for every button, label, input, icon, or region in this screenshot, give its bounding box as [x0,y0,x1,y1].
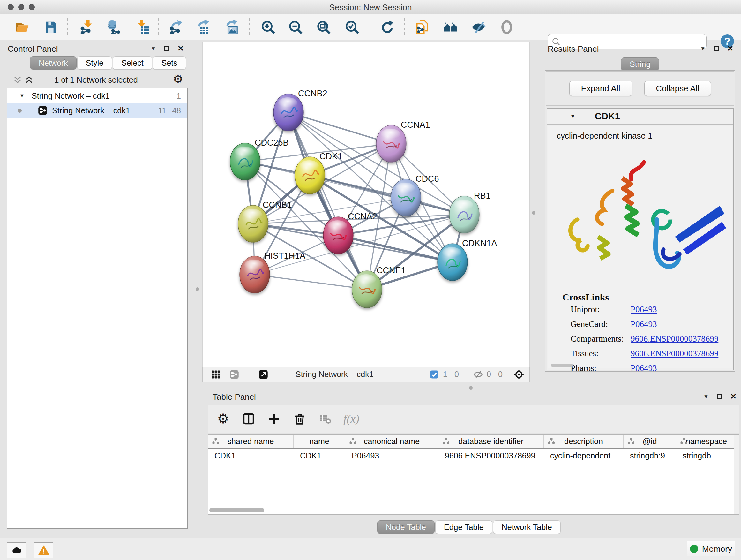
panel-menu-icon[interactable]: ▼ [703,394,709,399]
export-table-icon[interactable] [196,20,211,35]
close-panel-icon[interactable]: ✕ [178,45,184,52]
export-image-icon[interactable] [224,20,239,35]
table-hscrollbar-thumb[interactable] [209,508,264,512]
tab-edge-table[interactable]: Edge Table [435,520,492,534]
node-table: shared namenamecanonical namedatabase id… [208,434,739,515]
network-selection-bar: 1 of 1 Network selected ⚙ [3,73,189,87]
tab-network-table[interactable]: Network Table [493,520,561,534]
birds-eye-grid-icon[interactable] [211,370,220,379]
network-node-CCNE1[interactable] [352,271,382,308]
crosslink-link[interactable]: P06493 [630,319,657,329]
collapse-entry-icon[interactable]: ▼ [570,113,576,120]
panel-menu-icon[interactable]: ▼ [700,46,705,51]
crosslink-row: Uniprot:P06493 [548,303,732,317]
network-row-selected[interactable]: String Network – cdk1 11 48 [7,103,187,118]
expand-all-button[interactable]: Expand All [569,81,632,96]
vertical-splitter-right[interactable] [532,211,536,214]
show-columns-icon[interactable] [241,412,256,426]
import-network-database-icon[interactable] [106,20,121,35]
network-node-CCNA2[interactable] [323,217,353,254]
crosslink-link[interactable]: 9606.ENSP00000378699 [630,334,718,344]
column-header-description[interactable]: description [544,435,623,448]
float-panel-icon[interactable] [717,394,722,399]
crosslink-row: GeneCard:P06493 [548,317,732,332]
network-node-CCNA1[interactable] [376,125,406,162]
crosslink-link[interactable]: P06493 [630,305,657,314]
tab-string[interactable]: String [621,57,659,71]
network-view-canvas[interactable]: CCNB2CCNA1CDC25BCDK1CDC6RB1CCNB1CCNA2CDK… [202,42,530,367]
zoom-selected-icon[interactable] [345,20,359,35]
network-node-CDC25B[interactable] [230,143,260,180]
node-details-header[interactable]: ▼ CDK1 [547,109,733,125]
network-node-CDC6[interactable] [391,179,421,216]
zoom-fit-icon[interactable] [316,20,331,35]
selected-checkbox-icon[interactable] [429,370,439,379]
open-external-icon[interactable] [259,370,268,379]
memory-status-dot [690,545,698,553]
collection-expand-icon[interactable]: ▼ [19,93,24,99]
column-header-shared-name[interactable]: shared name [208,435,293,448]
warnings-button[interactable] [34,543,53,558]
horizontal-splitter[interactable] [469,386,473,389]
column-header-database-identifier[interactable]: database identifier [439,435,544,448]
network-graph[interactable]: CCNB2CCNA1CDC25BCDK1CDC6RB1CCNB1CCNA2CDK… [203,42,529,367]
column-header-namespace[interactable]: namespace [676,435,737,448]
network-node-RB1[interactable] [449,196,479,233]
hide-selected-eye-icon[interactable] [471,20,486,35]
save-session-icon[interactable] [44,20,58,35]
zoom-in-icon[interactable] [261,20,275,35]
network-options-gear-icon[interactable]: ⚙ [173,73,183,85]
crosslink-link[interactable]: 9606.ENSP00000378699 [630,349,718,359]
crosslinks-title: CrossLinks [562,292,732,303]
edge-CCNE1-HIST1H1A[interactable] [255,274,367,289]
network-node-CDK1[interactable] [295,157,325,194]
open-session-icon[interactable] [15,20,30,35]
vertical-splitter-left[interactable] [196,287,199,291]
cloud-button[interactable] [7,543,26,558]
show-all-eye-icon[interactable] [499,20,514,35]
table-vscrollbar[interactable] [734,435,739,514]
import-table-icon[interactable] [135,20,150,35]
collapse-all-button[interactable]: Collapse All [644,81,711,96]
network-node-CDKN1A[interactable] [437,244,468,281]
tab-style[interactable]: Style [77,56,112,70]
delete-column-trash-icon[interactable] [292,412,307,426]
network-node-HIST1H1A[interactable] [240,256,270,293]
import-network-icon[interactable] [79,20,94,35]
group-houses-icon[interactable] [443,20,458,35]
network-node-CCNB2[interactable] [273,94,304,131]
tab-network[interactable]: Network [30,56,77,70]
network-view-toolbar: String Network – cdk1 1 - 0 0 - 0 [202,367,530,382]
protein-structure-image [558,151,730,286]
string-view-icon[interactable] [229,370,239,379]
network-collection-row[interactable]: ▼ String Network – cdk1 1 [7,88,187,103]
close-panel-icon[interactable]: ✕ [727,45,733,52]
add-column-icon[interactable] [267,412,281,426]
close-panel-icon[interactable]: ✕ [730,393,737,400]
edge-CCNA2-CDKN1A[interactable] [338,235,453,262]
column-header--id[interactable]: @id [623,435,676,448]
tab-select[interactable]: Select [113,56,152,70]
export-network-icon[interactable] [169,20,183,35]
table-options-gear-icon[interactable]: ⚙ [216,412,230,426]
column-header-name[interactable]: name [293,435,345,448]
table-row[interactable]: CDK1CDK1P064939606.ENSP00000378699cyclin… [208,449,739,462]
crosslink-link[interactable]: P06493 [630,363,657,373]
tab-node-table[interactable]: Node Table [377,520,434,534]
memory-label: Memory [702,544,732,554]
tab-sets[interactable]: Sets [153,56,186,70]
refresh-layout-icon[interactable] [380,20,395,35]
panel-menu-icon[interactable]: ▼ [151,46,156,51]
zoom-out-icon[interactable] [288,20,303,35]
hidden-eye-slash-icon[interactable] [473,370,483,379]
results-hscrollbar-thumb[interactable] [551,364,573,367]
float-panel-icon[interactable] [164,46,169,51]
network-node-CCNB1[interactable] [238,205,268,242]
center-view-crosshair-icon[interactable] [514,369,524,380]
float-panel-icon[interactable] [714,46,719,51]
edge-CCNE1-CCNB2[interactable] [288,112,367,289]
clone-network-icon[interactable] [415,20,429,35]
edge-CCNB2-CCNA1[interactable] [288,112,391,144]
column-header-canonical-name[interactable]: canonical name [345,435,439,448]
memory-button[interactable]: Memory [687,541,735,557]
